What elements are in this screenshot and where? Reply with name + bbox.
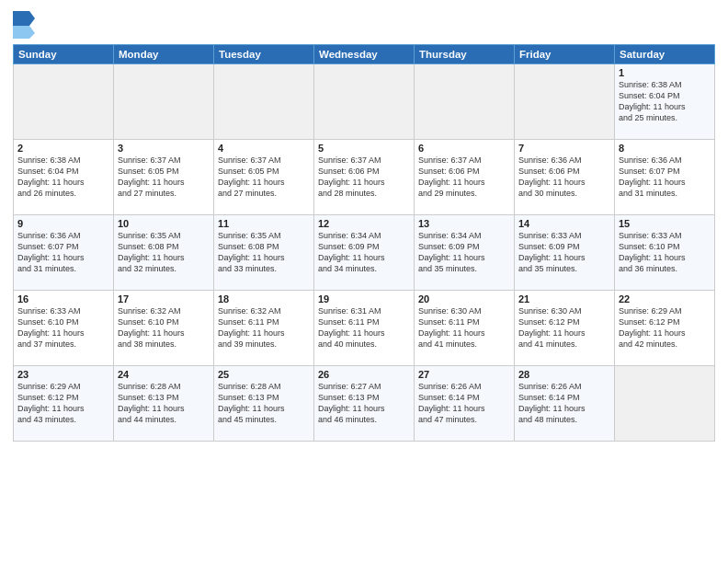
calendar-cell [415, 64, 515, 140]
day-number: 22 [619, 293, 711, 304]
calendar-cell: 28Sunrise: 6:26 AM Sunset: 6:14 PM Dayli… [515, 366, 615, 442]
day-info: Sunrise: 6:27 AM Sunset: 6:13 PM Dayligh… [318, 381, 410, 426]
weekday-header-friday: Friday [515, 45, 615, 64]
day-number: 27 [418, 369, 510, 380]
day-info: Sunrise: 6:37 AM Sunset: 6:06 PM Dayligh… [418, 155, 510, 200]
day-number: 11 [218, 218, 310, 229]
weekday-header-thursday: Thursday [415, 45, 515, 64]
day-info: Sunrise: 6:37 AM Sunset: 6:05 PM Dayligh… [218, 155, 310, 200]
day-number: 26 [318, 369, 410, 380]
calendar-cell: 24Sunrise: 6:28 AM Sunset: 6:13 PM Dayli… [114, 366, 214, 442]
calendar-cell [515, 64, 615, 140]
day-number: 12 [318, 218, 410, 229]
day-info: Sunrise: 6:30 AM Sunset: 6:11 PM Dayligh… [418, 305, 510, 350]
day-number: 28 [518, 369, 610, 380]
day-info: Sunrise: 6:38 AM Sunset: 6:04 PM Dayligh… [17, 155, 109, 200]
day-info: Sunrise: 6:26 AM Sunset: 6:14 PM Dayligh… [518, 381, 610, 426]
calendar-cell: 1Sunrise: 6:38 AM Sunset: 6:04 PM Daylig… [615, 64, 715, 140]
weekday-header-wednesday: Wednesday [314, 45, 415, 64]
calendar-cell [615, 366, 715, 442]
day-number: 20 [418, 293, 510, 304]
day-info: Sunrise: 6:37 AM Sunset: 6:06 PM Dayligh… [318, 155, 410, 200]
day-info: Sunrise: 6:29 AM Sunset: 6:12 PM Dayligh… [17, 381, 109, 426]
weekday-header-sunday: Sunday [14, 45, 114, 64]
day-number: 24 [118, 369, 210, 380]
day-info: Sunrise: 6:26 AM Sunset: 6:14 PM Dayligh… [418, 381, 510, 426]
day-number: 14 [518, 218, 610, 229]
day-number: 5 [318, 143, 410, 154]
calendar-cell: 26Sunrise: 6:27 AM Sunset: 6:13 PM Dayli… [314, 366, 415, 442]
day-number: 18 [218, 293, 310, 304]
day-number: 17 [118, 293, 210, 304]
calendar-cell [214, 64, 314, 140]
day-number: 3 [118, 143, 210, 154]
day-info: Sunrise: 6:34 AM Sunset: 6:09 PM Dayligh… [318, 230, 410, 275]
day-number: 25 [218, 369, 310, 380]
calendar-cell: 9Sunrise: 6:36 AM Sunset: 6:07 PM Daylig… [14, 215, 114, 291]
logo [13, 11, 37, 39]
day-info: Sunrise: 6:35 AM Sunset: 6:08 PM Dayligh… [218, 230, 310, 275]
day-number: 7 [518, 143, 610, 154]
calendar-cell: 18Sunrise: 6:32 AM Sunset: 6:11 PM Dayli… [214, 291, 314, 366]
day-info: Sunrise: 6:28 AM Sunset: 6:13 PM Dayligh… [118, 381, 210, 426]
calendar-cell: 21Sunrise: 6:30 AM Sunset: 6:12 PM Dayli… [515, 291, 615, 366]
calendar-week-row: 16Sunrise: 6:33 AM Sunset: 6:10 PM Dayli… [14, 291, 715, 366]
day-number: 21 [518, 293, 610, 304]
day-number: 10 [118, 218, 210, 229]
day-info: Sunrise: 6:32 AM Sunset: 6:10 PM Dayligh… [118, 305, 210, 350]
day-number: 23 [17, 369, 109, 380]
day-info: Sunrise: 6:30 AM Sunset: 6:12 PM Dayligh… [518, 305, 610, 350]
calendar-cell [14, 64, 114, 140]
weekday-header-row: SundayMondayTuesdayWednesdayThursdayFrid… [14, 45, 715, 64]
day-number: 13 [418, 218, 510, 229]
calendar-cell: 22Sunrise: 6:29 AM Sunset: 6:12 PM Dayli… [615, 291, 715, 366]
calendar-cell: 12Sunrise: 6:34 AM Sunset: 6:09 PM Dayli… [314, 215, 415, 291]
calendar-cell: 7Sunrise: 6:36 AM Sunset: 6:06 PM Daylig… [515, 140, 615, 215]
day-info: Sunrise: 6:36 AM Sunset: 6:07 PM Dayligh… [619, 155, 711, 200]
calendar-cell: 23Sunrise: 6:29 AM Sunset: 6:12 PM Dayli… [14, 366, 114, 442]
calendar-table: SundayMondayTuesdayWednesdayThursdayFrid… [13, 44, 715, 442]
calendar-cell: 20Sunrise: 6:30 AM Sunset: 6:11 PM Dayli… [415, 291, 515, 366]
calendar-cell: 25Sunrise: 6:28 AM Sunset: 6:13 PM Dayli… [214, 366, 314, 442]
day-info: Sunrise: 6:28 AM Sunset: 6:13 PM Dayligh… [218, 381, 310, 426]
day-number: 4 [218, 143, 310, 154]
day-info: Sunrise: 6:34 AM Sunset: 6:09 PM Dayligh… [418, 230, 510, 275]
calendar-cell [314, 64, 415, 140]
calendar-cell: 16Sunrise: 6:33 AM Sunset: 6:10 PM Dayli… [14, 291, 114, 366]
calendar-cell: 6Sunrise: 6:37 AM Sunset: 6:06 PM Daylig… [415, 140, 515, 215]
calendar-cell [114, 64, 214, 140]
day-info: Sunrise: 6:32 AM Sunset: 6:11 PM Dayligh… [218, 305, 310, 350]
calendar-cell: 5Sunrise: 6:37 AM Sunset: 6:06 PM Daylig… [314, 140, 415, 215]
day-info: Sunrise: 6:33 AM Sunset: 6:10 PM Dayligh… [619, 230, 711, 275]
day-number: 6 [418, 143, 510, 154]
day-info: Sunrise: 6:29 AM Sunset: 6:12 PM Dayligh… [619, 305, 711, 350]
calendar-cell: 8Sunrise: 6:36 AM Sunset: 6:07 PM Daylig… [615, 140, 715, 215]
calendar-cell: 4Sunrise: 6:37 AM Sunset: 6:05 PM Daylig… [214, 140, 314, 215]
calendar-cell: 17Sunrise: 6:32 AM Sunset: 6:10 PM Dayli… [114, 291, 214, 366]
weekday-header-saturday: Saturday [615, 45, 715, 64]
day-info: Sunrise: 6:33 AM Sunset: 6:09 PM Dayligh… [518, 230, 610, 275]
day-info: Sunrise: 6:35 AM Sunset: 6:08 PM Dayligh… [118, 230, 210, 275]
day-info: Sunrise: 6:38 AM Sunset: 6:04 PM Dayligh… [619, 79, 711, 124]
day-number: 15 [619, 218, 711, 229]
svg-marker-0 [13, 11, 35, 26]
day-info: Sunrise: 6:36 AM Sunset: 6:06 PM Dayligh… [518, 155, 610, 200]
calendar-cell: 14Sunrise: 6:33 AM Sunset: 6:09 PM Dayli… [515, 215, 615, 291]
day-number: 16 [17, 293, 109, 304]
weekday-header-tuesday: Tuesday [214, 45, 314, 64]
calendar-week-row: 1Sunrise: 6:38 AM Sunset: 6:04 PM Daylig… [14, 64, 715, 140]
calendar-week-row: 2Sunrise: 6:38 AM Sunset: 6:04 PM Daylig… [14, 140, 715, 215]
svg-marker-1 [13, 26, 35, 39]
calendar-cell: 15Sunrise: 6:33 AM Sunset: 6:10 PM Dayli… [615, 215, 715, 291]
page: SundayMondayTuesdayWednesdayThursdayFrid… [0, 0, 728, 563]
day-number: 2 [17, 143, 109, 154]
calendar-cell: 13Sunrise: 6:34 AM Sunset: 6:09 PM Dayli… [415, 215, 515, 291]
calendar-week-row: 23Sunrise: 6:29 AM Sunset: 6:12 PM Dayli… [14, 366, 715, 442]
day-number: 1 [619, 67, 711, 78]
calendar-cell: 19Sunrise: 6:31 AM Sunset: 6:11 PM Dayli… [314, 291, 415, 366]
logo-icon [13, 11, 35, 39]
calendar-cell: 3Sunrise: 6:37 AM Sunset: 6:05 PM Daylig… [114, 140, 214, 215]
day-info: Sunrise: 6:33 AM Sunset: 6:10 PM Dayligh… [17, 305, 109, 350]
header [13, 11, 715, 39]
day-info: Sunrise: 6:31 AM Sunset: 6:11 PM Dayligh… [318, 305, 410, 350]
